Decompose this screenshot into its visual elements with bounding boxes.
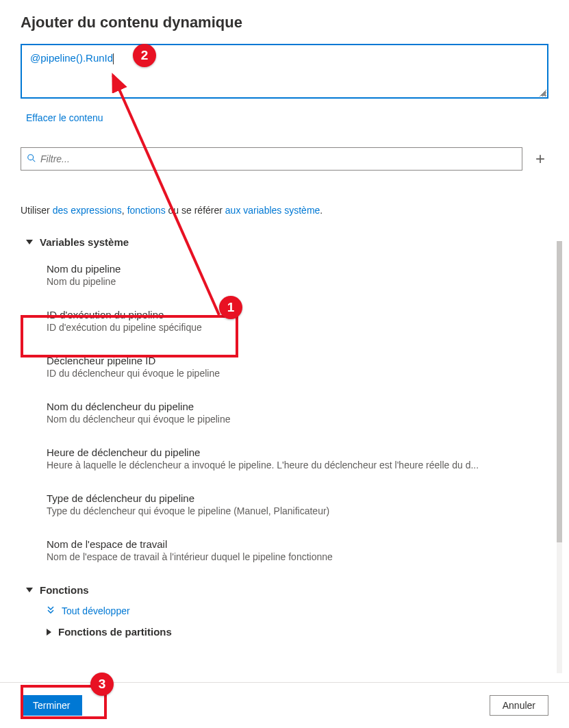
help-sep: , [122, 205, 127, 216]
item-desc: Nom du déclencheur qui évoque le pipelin… [47, 414, 542, 425]
help-mid: ou se référer [166, 205, 225, 216]
scrollbar-thumb[interactable] [557, 241, 562, 542]
item-desc: Nom du pipeline [47, 276, 542, 287]
section-label: Fonctions [40, 584, 89, 596]
item-trigger-id[interactable]: Déclencheur pipeline ID ID du déclencheu… [21, 349, 542, 384]
expand-all-link[interactable]: Tout développer [21, 605, 542, 616]
callout-2: 2 [133, 44, 156, 67]
system-vars-link[interactable]: aux variables système [225, 205, 320, 216]
item-desc: ID du déclencheur qui évoque le pipeline [47, 368, 542, 379]
expressions-link[interactable]: des expressions [53, 205, 122, 216]
item-desc: Type du déclencheur qui évoque le pipeli… [47, 505, 542, 516]
svg-line-1 [33, 159, 36, 162]
functions-link[interactable]: fonctions [127, 205, 166, 216]
section-functions[interactable]: Fonctions [21, 584, 542, 596]
svg-point-0 [28, 154, 34, 160]
expand-all-label: Tout développer [62, 605, 130, 616]
finish-button[interactable]: Terminer [21, 695, 82, 716]
chevron-down-icon [26, 240, 33, 244]
expression-text: @pipeline().RunId [30, 52, 113, 64]
item-title: Nom du déclencheur du pipeline [47, 401, 542, 412]
section-system-variables[interactable]: Variables système [21, 236, 542, 248]
item-title: ID d'exécution du pipeline [47, 309, 542, 321]
item-desc: ID d'exécution du pipeline spécifique [47, 322, 542, 333]
help-prefix: Utiliser [21, 205, 53, 216]
double-chevron-down-icon [47, 606, 55, 616]
help-suffix: . [320, 205, 323, 216]
resize-handle-icon [540, 90, 546, 97]
filter-input-wrap[interactable] [21, 147, 522, 171]
panel-header: Ajouter du contenu dynamique [0, 0, 569, 44]
expression-editor[interactable]: @pipeline().RunId [21, 44, 548, 99]
clear-content-link[interactable]: Effacer le contenu [26, 112, 103, 123]
item-title: Nom du pipeline [47, 263, 542, 275]
sub-section-label: Fonctions de partitions [58, 626, 172, 638]
sub-section-partition-functions[interactable]: Fonctions de partitions [21, 626, 542, 638]
filter-input[interactable] [40, 153, 516, 164]
item-desc: Heure à laquelle le déclencheur a invoqu… [47, 460, 542, 470]
cancel-button[interactable]: Annuler [490, 695, 548, 716]
tree-scroll-area: Variables système Nom du pipeline Nom du… [21, 236, 548, 638]
item-workspace-name[interactable]: Nom de l'espace de travail Nom de l'espa… [21, 533, 542, 568]
item-title: Type de déclencheur du pipeline [47, 492, 542, 504]
callout-1: 1 [219, 296, 242, 319]
filter-row: + [21, 147, 548, 171]
content-area: @pipeline().RunId Effacer le contenu + U… [0, 44, 569, 638]
add-button[interactable]: + [532, 149, 548, 168]
help-text: Utiliser des expressions, fonctions ou s… [21, 205, 548, 216]
footer: Terminer Annuler [0, 682, 569, 728]
item-pipeline-run-id[interactable]: ID d'exécution du pipeline ID d'exécutio… [21, 303, 542, 338]
item-trigger-name[interactable]: Nom du déclencheur du pipeline Nom du dé… [21, 395, 542, 430]
section-label: Variables système [40, 236, 129, 248]
item-trigger-time[interactable]: Heure de déclencheur du pipeline Heure à… [21, 441, 542, 476]
callout-3: 3 [90, 673, 114, 696]
item-pipeline-name[interactable]: Nom du pipeline Nom du pipeline [21, 258, 542, 292]
item-title: Nom de l'espace de travail [47, 538, 542, 550]
item-trigger-type[interactable]: Type de déclencheur du pipeline Type du … [21, 487, 542, 522]
chevron-right-icon [47, 629, 51, 636]
item-title: Déclencheur pipeline ID [47, 355, 542, 366]
item-desc: Nom de l'espace de travail à l'intérieur… [47, 551, 542, 562]
chevron-down-icon [26, 588, 33, 592]
item-title: Heure de déclencheur du pipeline [47, 447, 542, 458]
search-icon [27, 153, 36, 165]
panel-title: Ajouter du contenu dynamique [21, 14, 548, 32]
